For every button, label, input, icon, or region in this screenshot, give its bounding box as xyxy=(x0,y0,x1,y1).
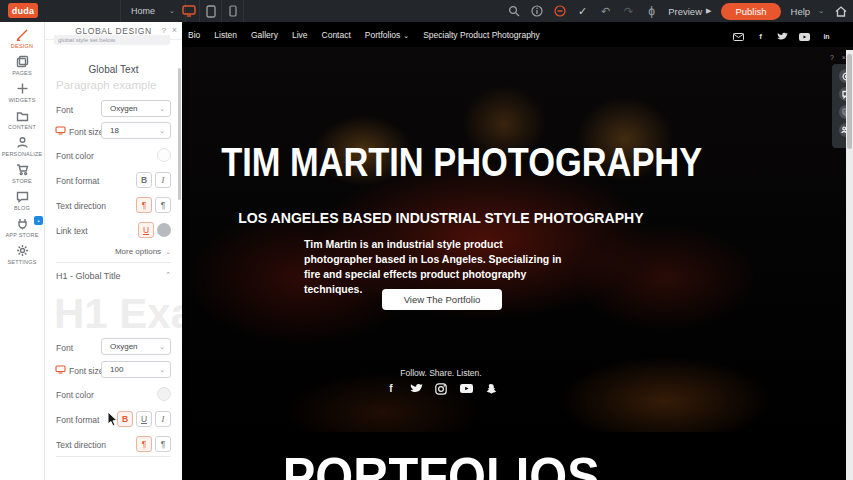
panel-close-icon[interactable]: × xyxy=(172,25,177,35)
pilcrow-rtl-icon: ¶ xyxy=(161,439,166,449)
portfolios-section-title[interactable]: PORTFOLIOS xyxy=(182,446,700,480)
facebook-icon[interactable]: f xyxy=(755,31,766,42)
nav-item-portfolios[interactable]: Portfolios⌄ xyxy=(365,30,409,40)
desktop-icon xyxy=(182,5,196,17)
feedback-icon[interactable] xyxy=(553,5,566,18)
save-check-icon[interactable]: ✓ xyxy=(576,5,589,18)
bold-button[interactable]: B xyxy=(136,172,152,188)
mobile-view-button[interactable] xyxy=(222,0,244,22)
info-icon[interactable] xyxy=(530,5,543,18)
top-toolbar: duda Home ⌄ ✓ xyxy=(0,0,853,22)
collapse-icon[interactable]: ⌃ xyxy=(165,271,171,279)
font-color-swatch[interactable] xyxy=(157,148,171,162)
sidebar-item-label: BLOG xyxy=(14,205,30,211)
sidebar-item-design[interactable]: DESIGN xyxy=(0,25,44,52)
link-underline-button[interactable]: U xyxy=(138,222,154,238)
tablet-icon xyxy=(206,5,216,18)
h1-font-format-group: B U I xyxy=(117,411,171,427)
sidebar-item-widgets[interactable]: WIDGETS xyxy=(0,79,44,106)
page-selector-dropdown[interactable]: Home ⌄ xyxy=(120,0,186,22)
sidebar-item-settings[interactable]: SETTINGS xyxy=(0,241,44,268)
h1-font-select[interactable]: Oxygen ⌄ xyxy=(101,338,171,355)
direction-ltr-button[interactable]: ¶ xyxy=(136,197,152,213)
email-icon[interactable] xyxy=(733,31,744,42)
redo-icon[interactable]: ↷ xyxy=(622,5,635,18)
hero-subtitle[interactable]: LOS ANGELES BASED INDUSTRIAL STYLE PHOTO… xyxy=(182,210,700,226)
h1-font-format-label: Font format xyxy=(56,415,99,425)
pages-icon xyxy=(16,55,29,68)
editor-sidebar: DESIGN PAGES WIDGETS CONTENT PERSONALIZE… xyxy=(0,22,45,480)
gear-icon xyxy=(16,244,29,257)
tablet-view-button[interactable] xyxy=(200,0,222,22)
direction-rtl-button[interactable]: ¶ xyxy=(155,197,171,213)
sidebar-item-blog[interactable]: BLOG xyxy=(0,187,44,214)
duda-logo[interactable]: duda xyxy=(8,3,38,18)
h1-font-size-select[interactable]: 100 ⌄ xyxy=(101,361,171,378)
chevron-down-icon: ⌄ xyxy=(159,105,165,113)
nav-item-gallery[interactable]: Gallery xyxy=(251,30,278,40)
linkedin-icon[interactable]: in xyxy=(821,31,832,42)
italic-button[interactable]: I xyxy=(155,172,171,188)
h1-font-color-swatch[interactable] xyxy=(157,387,171,401)
text-direction-label: Text direction xyxy=(56,201,106,211)
app-store-badge: • xyxy=(34,216,43,225)
font-value: Oxygen xyxy=(110,104,138,113)
help-dropdown[interactable]: Help ⌄ xyxy=(791,6,824,17)
sidebar-item-app-store[interactable]: APP STORE • xyxy=(0,214,44,241)
font-color-label: Font color xyxy=(56,151,94,161)
facebook-icon[interactable]: f xyxy=(385,382,398,395)
nav-item-specialty[interactable]: Specialty Product Photography xyxy=(423,30,540,40)
chevron-down-icon: ⌄ xyxy=(403,32,409,39)
preview-scrollbar-thumb[interactable] xyxy=(847,54,852,149)
plus-icon xyxy=(16,82,29,95)
youtube-icon[interactable] xyxy=(460,382,473,395)
panel-help-icon[interactable]: ? xyxy=(162,26,166,35)
search-icon[interactable] xyxy=(507,5,520,18)
nav-item-contact[interactable]: Contact xyxy=(322,30,351,40)
page-selector-label: Home xyxy=(131,6,155,16)
h1-font-size-value: 100 xyxy=(110,365,123,374)
publish-button[interactable]: Publish xyxy=(721,3,780,20)
link-color-swatch[interactable] xyxy=(157,223,171,237)
h1-font-size-label: Font size xyxy=(69,366,104,376)
sidebar-item-personalize[interactable]: PERSONALIZE xyxy=(0,133,44,160)
twitter-icon[interactable] xyxy=(777,31,788,42)
instagram-icon[interactable] xyxy=(435,382,448,395)
h1-underline-button[interactable]: U xyxy=(136,411,152,427)
h1-bold-button[interactable]: B xyxy=(117,411,133,427)
view-portfolio-button[interactable]: View The Portfolio xyxy=(382,289,502,310)
youtube-icon[interactable] xyxy=(799,31,810,42)
preview-button[interactable]: Preview ▶ xyxy=(668,6,711,17)
hero-body-text[interactable]: Tim Martin is an industrial style produc… xyxy=(304,237,562,297)
more-options-link[interactable]: More options ⌄ xyxy=(115,247,171,256)
twitter-icon[interactable] xyxy=(410,382,423,395)
undo-icon[interactable]: ↶ xyxy=(599,5,612,18)
cart-icon xyxy=(16,163,29,176)
pilcrow-ltr-icon: ¶ xyxy=(142,439,147,449)
nav-item-listen[interactable]: Listen xyxy=(214,30,237,40)
panel-title: GLOBAL DESIGN xyxy=(75,26,151,36)
device-switcher xyxy=(178,0,244,22)
h1-italic-button[interactable]: I xyxy=(155,411,171,427)
font-select[interactable]: Oxygen ⌄ xyxy=(101,100,171,117)
font-size-select[interactable]: 18 ⌄ xyxy=(101,122,171,139)
sidebar-item-store[interactable]: STORE xyxy=(0,160,44,187)
dashboard-home-icon[interactable] xyxy=(834,5,847,18)
chevron-down-icon: ⌄ xyxy=(169,7,175,15)
preview-scrollbar[interactable] xyxy=(846,50,853,480)
h1-direction-rtl-button[interactable]: ¶ xyxy=(155,436,171,452)
nav-item-bio[interactable]: Bio xyxy=(188,30,200,40)
nav-item-live[interactable]: Live xyxy=(292,30,308,40)
follow-text[interactable]: Follow. Share. Listen. xyxy=(182,368,700,378)
chevron-down-icon: ⌄ xyxy=(159,366,165,374)
sidebar-item-content[interactable]: CONTENT xyxy=(0,106,44,133)
desktop-view-button[interactable] xyxy=(178,0,200,22)
h1-direction-ltr-button[interactable]: ¶ xyxy=(136,436,152,452)
panel-scrollbar[interactable] xyxy=(178,68,181,200)
chevron-down-icon: ⌄ xyxy=(818,7,824,15)
hero-title[interactable]: TIM MARTIN PHOTOGRAPHY xyxy=(182,140,700,185)
sidebar-item-pages[interactable]: PAGES xyxy=(0,52,44,79)
snapchat-icon[interactable] xyxy=(485,382,498,395)
dev-mode-icon[interactable]: ϕ xyxy=(645,5,658,18)
h1-section-heading: H1 - Global Title xyxy=(56,271,121,281)
